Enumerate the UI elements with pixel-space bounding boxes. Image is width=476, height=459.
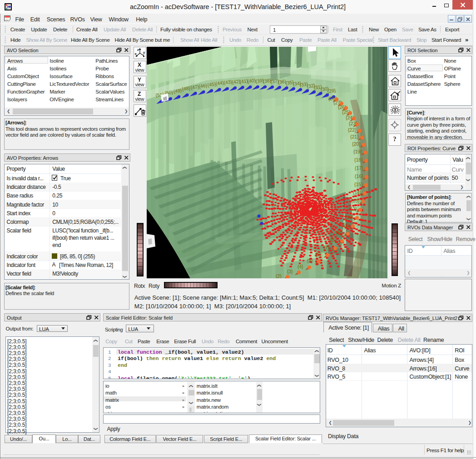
svg-text:{21}: {21} [350,134,359,139]
svg-text:y: y [143,50,145,54]
svg-text:{17}: {17} [355,165,363,171]
svg-text:{12}: {12} [348,206,357,212]
svg-text:{22}: {22} [348,127,357,133]
svg-text:{14}: {14} [353,190,362,195]
svg-text:{10}: {10} [341,222,350,228]
svg-text:{16}: {16} [355,173,363,179]
svg-text:{5}: {5} [307,258,313,263]
svg-text:{4}: {4} [298,264,303,269]
svg-text:{15}: {15} [354,182,363,187]
svg-text:{7}: {7} [323,245,329,250]
svg-text:z: z [137,48,139,52]
svg-text:{18}: {18} [354,157,363,163]
svg-text:{11}: {11} [345,214,353,220]
svg-text:{6}: {6} [316,252,322,257]
svg-text:{3}: {3} [287,269,293,274]
svg-text:{2}: {2} [276,273,282,278]
svg-text:x: x [135,52,137,56]
svg-text:{9}: {9} [336,230,342,236]
svg-text:{13}: {13} [351,198,360,203]
svg-text:{8}: {8} [330,237,336,243]
svg-text:{19}: {19} [353,149,362,154]
svg-text:{20}: {20} [352,141,361,147]
